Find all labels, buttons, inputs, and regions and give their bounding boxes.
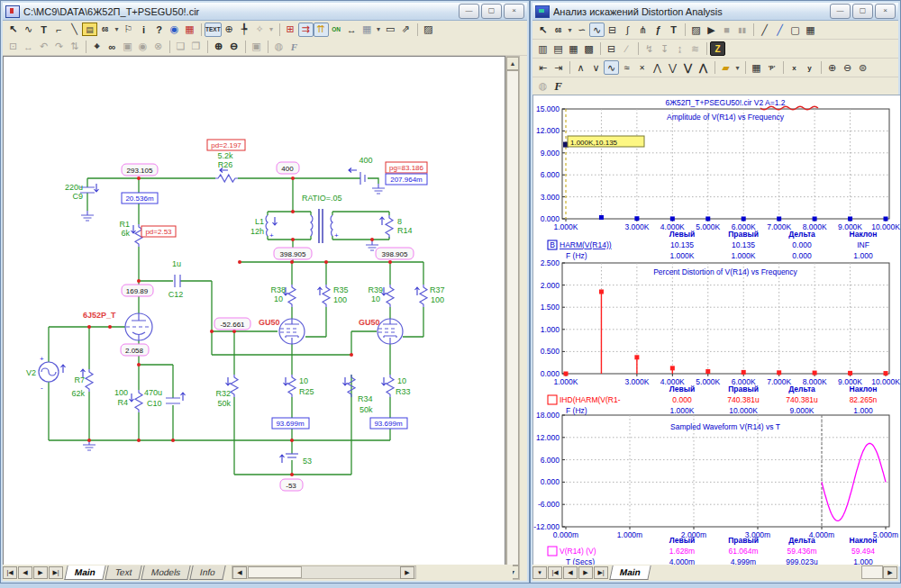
tag-xy-icon[interactable]: ↨ — [672, 41, 687, 56]
to-front-icon[interactable]: ❏ — [173, 40, 188, 54]
plot-frame-distortion[interactable] — [562, 263, 889, 374]
series1-name[interactable]: HARM(V(R14)) — [560, 240, 612, 249]
series3-name[interactable]: V(R14) (V) — [560, 547, 596, 556]
plot-frame-waveform[interactable] — [562, 415, 889, 527]
grid-large-icon[interactable]: ▩ — [581, 41, 596, 56]
find-icon[interactable]: ⌖ — [89, 40, 105, 54]
wire-tool-icon[interactable]: ⌐ — [51, 23, 67, 37]
voltage-display-toggle[interactable]: ⇉ — [298, 23, 314, 37]
zoom-out-icon[interactable]: ⊖ — [226, 40, 241, 54]
resistor-r26[interactable] — [215, 175, 238, 182]
line-edit-icon[interactable]: ╱ — [772, 23, 787, 37]
minimize-button[interactable]: — — [830, 4, 851, 19]
scale-box-icon[interactable]: ⊟ — [605, 23, 620, 37]
thumbnail-icon[interactable]: ▣ — [249, 40, 264, 54]
properties-icon[interactable]: ▨ — [421, 23, 436, 37]
dropdown-arrow-icon[interactable]: ▾ — [113, 23, 121, 37]
cursor-right-icon[interactable]: ⇥ — [551, 60, 566, 75]
scroll-right-icon[interactable]: ▶ — [400, 566, 414, 579]
web-info-icon[interactable]: ◉ — [167, 23, 182, 37]
xfmr-primary-coil-left[interactable] — [266, 215, 268, 236]
plot-frame-amplitude[interactable] — [562, 109, 889, 219]
tab-main[interactable]: Main — [64, 565, 105, 580]
f-key-icon[interactable]: F — [551, 79, 566, 94]
tab-models[interactable]: Models — [141, 565, 191, 580]
waveform-select-icon[interactable]: ∿ — [589, 23, 605, 37]
box-select-icon[interactable]: ⊡ — [5, 40, 21, 54]
pan-icon[interactable]: ↔ — [21, 40, 36, 54]
find-part-icon[interactable]: 68 — [551, 23, 566, 37]
y-scale-icon[interactable]: y — [802, 60, 817, 75]
tag-x-icon[interactable]: ↯ — [642, 41, 657, 56]
peak-icon[interactable]: ∧ — [573, 60, 588, 75]
capacitor-c10[interactable] — [166, 398, 180, 403]
swap-icon[interactable]: ⇅ — [67, 40, 82, 54]
stripes-h-icon[interactable]: ▤ — [551, 41, 566, 56]
find-part-icon[interactable]: 68 — [97, 23, 113, 37]
grid-small-icon[interactable]: ▦ — [566, 41, 581, 56]
page-first-button[interactable]: |◀ — [3, 566, 17, 579]
page-next-button[interactable]: ▶ — [578, 566, 593, 579]
component-wave-icon[interactable]: ∿ — [21, 23, 36, 37]
global-max-icon[interactable]: ⋀ — [696, 60, 711, 75]
zoom-in-icon[interactable]: ⊕ — [824, 60, 840, 75]
flag-tool-icon[interactable]: ⚐ — [121, 23, 136, 37]
to-back-icon[interactable]: ❐ — [188, 40, 204, 54]
page-next-button[interactable]: ▶ — [33, 566, 48, 579]
maximize-button[interactable]: ▢ — [481, 4, 502, 19]
redo-icon[interactable]: ↷ — [51, 40, 67, 54]
slope-tool-icon[interactable]: ∕ — [619, 41, 634, 56]
globe-icon[interactable]: ◍ — [535, 79, 551, 94]
tab-main-analysis[interactable]: Main — [609, 565, 651, 580]
xfmr-secondary-coil[interactable] — [331, 215, 332, 236]
cursor-left-icon[interactable]: ⇤ — [535, 60, 551, 75]
capacitor-c12[interactable] — [175, 275, 180, 287]
resistor-r35[interactable] — [323, 285, 330, 307]
info-tool-icon[interactable]: i — [136, 23, 151, 37]
xfmr-primary-coil-right[interactable] — [311, 215, 313, 236]
help-point-icon[interactable]: ? — [151, 23, 167, 37]
wave-alt-icon[interactable]: ≈ — [619, 60, 634, 75]
text-tool-icon[interactable]: T — [666, 23, 681, 37]
valley-icon[interactable]: ∨ — [588, 60, 604, 75]
tube-gu50-1[interactable] — [279, 319, 305, 344]
local-max-icon[interactable]: ⋀ — [650, 60, 665, 75]
zoom-in-icon[interactable]: ⊕ — [211, 40, 226, 54]
fourier-icon[interactable]: ƒ — [651, 23, 666, 37]
resistor-r25[interactable] — [288, 375, 296, 397]
resistor-r37[interactable] — [420, 285, 427, 307]
pin-marker-toggle[interactable]: ╄ — [237, 23, 252, 37]
minimize-button[interactable]: — — [459, 4, 479, 19]
series2-name[interactable]: IHD(HARM(V(R1- — [560, 395, 621, 404]
curve-edit-icon[interactable]: ∫ — [620, 23, 635, 37]
close-button[interactable]: × — [504, 4, 524, 19]
split-bottom-icon[interactable]: ⊟ — [604, 41, 619, 56]
close-button[interactable]: × — [875, 4, 896, 19]
page-last-button[interactable]: ▶| — [49, 566, 63, 579]
tab-info[interactable]: Info — [190, 565, 226, 580]
horizontal-scrollbar[interactable]: ◀ ▶ — [232, 565, 416, 579]
vertical-scroll-thumb[interactable] — [506, 70, 519, 565]
region-select-icon[interactable]: ▢ — [787, 23, 803, 37]
horizontal-scroll-thumb[interactable] — [248, 566, 302, 578]
zoom-out-icon[interactable]: ⊖ — [840, 60, 855, 75]
zoom-mode-icon[interactable]: Z — [710, 41, 725, 56]
resistor-r32[interactable] — [231, 375, 238, 397]
mini-scroll-right-icon[interactable]: ▶ — [883, 566, 897, 579]
plot-area[interactable]: 1.000K3.000K4.000K5.000K6.000K7.000K8.00… — [532, 95, 900, 566]
resistor-r33[interactable] — [387, 375, 394, 397]
current-display-toggle[interactable]: ⊞ — [283, 23, 298, 37]
properties-icon[interactable]: ▨ — [688, 23, 704, 37]
series3-marker-box[interactable] — [548, 547, 557, 556]
source-v2[interactable] — [39, 362, 59, 382]
pan-curve-icon[interactable]: ∽ — [574, 23, 589, 37]
x-scale-icon[interactable]: x — [787, 60, 802, 75]
scroll-left-icon[interactable]: ◀ — [232, 566, 247, 579]
dropdown-arrow-icon[interactable]: ▾ — [268, 23, 276, 37]
grid-toggle[interactable]: ▦ — [359, 23, 375, 37]
resistor-r4[interactable] — [135, 390, 142, 412]
page-first-button[interactable]: |◀ — [548, 566, 562, 579]
find-next-icon[interactable]: ∞ — [105, 40, 120, 54]
page-prev-button[interactable]: ◀ — [563, 566, 578, 579]
branch-point-icon[interactable]: ⋔ — [635, 23, 651, 37]
